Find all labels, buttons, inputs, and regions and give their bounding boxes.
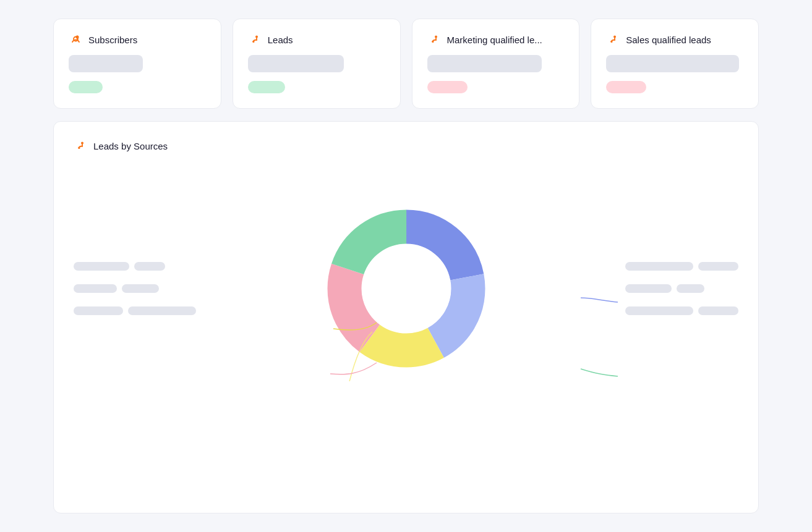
svg-point-3 (76, 36, 79, 38)
sql-value-skeleton (606, 55, 739, 72)
legend-skeleton (677, 284, 704, 293)
subscribers-card: Subscribers (53, 19, 221, 109)
legend-row (625, 262, 738, 271)
leads-value-skeleton (248, 55, 344, 72)
leads-by-sources-header: Leads by Sources (74, 139, 738, 153)
legend-skeleton (625, 262, 693, 271)
card-header: Subscribers (69, 33, 206, 46)
hubspot-icon (606, 33, 620, 46)
legend-row (74, 262, 196, 271)
hubspot-icon (74, 139, 87, 153)
hubspot-icon (248, 33, 262, 46)
leads-by-sources-title: Leads by Sources (93, 141, 168, 151)
mql-badge-skeleton (427, 81, 468, 93)
subscribers-value-skeleton (69, 55, 143, 72)
legend-skeleton (625, 284, 672, 293)
leads-title: Leads (268, 35, 293, 45)
legend-skeleton (134, 262, 165, 271)
mql-title: Marketing qualified le... (447, 35, 542, 45)
leads-by-sources-card: Leads by Sources (53, 121, 759, 513)
leads-card: Leads (233, 19, 401, 109)
metric-cards: Subscribers Leads (53, 19, 759, 109)
legend-skeleton (698, 306, 738, 315)
legend-skeleton (74, 306, 123, 315)
hubspot-icon (427, 33, 441, 46)
donut-chart (314, 196, 499, 381)
svg-point-21 (362, 244, 451, 333)
svg-point-6 (252, 41, 254, 43)
legend-row (74, 306, 196, 315)
legend-row (625, 284, 738, 293)
legend-right (625, 262, 738, 315)
sales-qualified-leads-card: Sales qualified leads (591, 19, 759, 109)
legend-left (74, 262, 196, 315)
sql-title: Sales qualified leads (626, 35, 711, 45)
legend-skeleton (128, 306, 196, 315)
legend-skeleton (698, 262, 738, 271)
svg-point-15 (79, 147, 80, 149)
leads-badge-skeleton (248, 81, 285, 93)
card-header: Sales qualified leads (606, 33, 743, 46)
subscribers-title: Subscribers (88, 35, 137, 45)
svg-point-9 (432, 41, 434, 43)
legend-skeleton (74, 284, 117, 293)
mql-value-skeleton (427, 55, 542, 72)
svg-point-12 (611, 41, 613, 43)
legend-skeleton (122, 284, 159, 293)
legend-skeleton (625, 306, 693, 315)
card-header: Leads (248, 33, 385, 46)
subscribers-badge-skeleton (69, 81, 103, 93)
chart-area (74, 165, 738, 412)
legend-row (625, 306, 738, 315)
marketing-qualified-leads-card: Marketing qualified le... (412, 19, 580, 109)
card-header: Marketing qualified le... (427, 33, 565, 46)
legend-row (74, 284, 196, 293)
hubspot-icon (69, 33, 82, 46)
legend-skeleton (74, 262, 129, 271)
sql-badge-skeleton (606, 81, 646, 93)
